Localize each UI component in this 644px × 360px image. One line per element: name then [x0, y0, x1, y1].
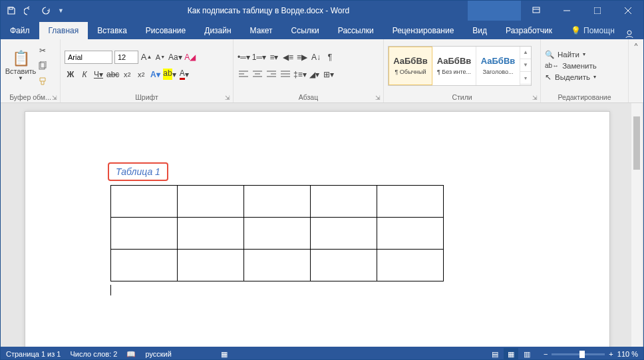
ribbon: 📋 Вставить ▼ ✂ Буфер обм...⇲ A▲ A▼ Aa▾ A…	[1, 39, 643, 103]
maximize-button[interactable]	[582, 1, 613, 21]
replace-button[interactable]: ab↔Заменить	[545, 62, 597, 70]
page-indicator[interactable]: Страница 1 из 1	[6, 350, 61, 358]
spellcheck-icon[interactable]: 📖	[126, 350, 136, 359]
tab-developer[interactable]: Разработчик	[496, 22, 562, 39]
justify-icon[interactable]	[279, 68, 291, 81]
sort-icon[interactable]: A↓	[310, 51, 322, 64]
copy-icon[interactable]	[37, 59, 49, 73]
style-heading[interactable]: АаБбВвЗаголово...	[476, 47, 520, 85]
quick-access-toolbar: ▼	[1, 5, 69, 16]
save-icon[interactable]	[6, 5, 17, 16]
tab-file[interactable]: Файл	[1, 22, 39, 39]
shrink-font-icon[interactable]: A▼	[154, 51, 166, 64]
shading-icon[interactable]: ◢▾	[309, 68, 321, 81]
tab-mailings[interactable]: Рассылки	[329, 22, 383, 39]
qat-dropdown-icon[interactable]: ▼	[58, 7, 64, 14]
select-button[interactable]: ↖Выделить▾	[545, 73, 597, 82]
word-count[interactable]: Число слов: 2	[70, 350, 117, 358]
dialog-launcher-icon[interactable]: ⇲	[225, 94, 230, 101]
align-right-icon[interactable]	[265, 68, 277, 81]
zoom-in-button[interactable]: +	[609, 350, 613, 358]
font-size-input[interactable]	[114, 51, 138, 64]
strike-button[interactable]: abc	[106, 68, 119, 81]
tab-review[interactable]: Рецензирование	[383, 22, 464, 39]
page[interactable]: Таблица 1	[25, 111, 610, 347]
tab-draw[interactable]: Рисование	[136, 22, 195, 39]
underline-button[interactable]: Ч▾	[92, 68, 104, 81]
language-indicator[interactable]: русский	[145, 350, 171, 358]
tell-me[interactable]: 💡Помощн	[562, 22, 624, 39]
style-normal[interactable]: АаБбВв¶ Обычный	[389, 47, 432, 85]
macro-icon[interactable]: ▦	[221, 350, 228, 359]
close-button[interactable]	[613, 1, 643, 21]
styles-scroll[interactable]: ▲▼▾	[520, 47, 531, 85]
subscript-button[interactable]: x2	[121, 68, 133, 81]
minimize-button[interactable]	[552, 1, 582, 21]
zoom-control: − + 110 %	[544, 350, 638, 358]
svg-rect-2	[594, 7, 601, 14]
bullets-icon[interactable]: •═▾	[238, 51, 250, 64]
group-editing: 🔍Найти▾ ab↔Заменить ↖Выделить▾ Редактиро…	[541, 39, 629, 102]
find-button[interactable]: 🔍Найти▾	[545, 50, 597, 59]
line-spacing-icon[interactable]: ‡≡▾	[293, 68, 307, 81]
vertical-scrollbar[interactable]	[631, 103, 642, 347]
tab-insert[interactable]: Вставка	[88, 22, 136, 39]
tab-layout[interactable]: Макет	[241, 22, 282, 39]
print-layout-icon[interactable]: ▦	[504, 348, 518, 360]
font-color-icon[interactable]: A▾	[178, 68, 190, 81]
status-bar: Страница 1 из 1 Число слов: 2 📖 русский …	[1, 347, 643, 360]
numbering-icon[interactable]: 1═▾	[252, 51, 266, 64]
superscript-button[interactable]: x2	[135, 68, 147, 81]
dialog-launcher-icon[interactable]: ⇲	[375, 94, 381, 101]
scrollbar-thumb[interactable]	[633, 116, 640, 170]
web-layout-icon[interactable]: ▥	[520, 348, 534, 360]
show-marks-icon[interactable]: ¶	[324, 51, 336, 64]
lightbulb-icon: 💡	[571, 26, 581, 35]
dialog-launcher-icon[interactable]: ⇲	[532, 94, 538, 101]
paste-label: Вставить	[5, 67, 37, 75]
tab-home[interactable]: Главная	[39, 22, 88, 39]
font-name-input[interactable]	[65, 51, 112, 64]
decrease-indent-icon[interactable]: ◀≡	[282, 51, 294, 64]
read-mode-icon[interactable]: ▤	[488, 348, 502, 360]
italic-button[interactable]: К	[79, 68, 90, 81]
grow-font-icon[interactable]: A▲	[140, 51, 152, 64]
styles-gallery: АаБбВв¶ Обычный АаБбВв¶ Без инте... АаБб…	[388, 46, 532, 86]
group-font: A▲ A▼ Aa▾ A◢ Ж К Ч▾ abc x2 x2 A▾ ab▾ A▾ …	[61, 39, 234, 102]
redo-icon[interactable]	[41, 5, 51, 16]
tab-design[interactable]: Дизайн	[195, 22, 240, 39]
highlight-icon[interactable]: ab▾	[163, 68, 176, 81]
increase-indent-icon[interactable]: ≡▶	[296, 51, 308, 64]
dialog-launcher-icon[interactable]: ⇲	[52, 94, 57, 101]
undo-icon[interactable]	[23, 5, 34, 16]
cut-icon[interactable]: ✂	[37, 44, 49, 57]
style-no-spacing[interactable]: АаБбВв¶ Без инте...	[432, 47, 476, 85]
format-painter-icon[interactable]	[37, 75, 49, 88]
table-caption[interactable]: Таблица 1	[108, 162, 168, 181]
align-center-icon[interactable]	[251, 68, 263, 81]
collapse-ribbon-icon[interactable]: ˄	[629, 39, 643, 102]
clear-format-icon[interactable]: A◢	[184, 51, 196, 64]
share-icon[interactable]	[624, 29, 635, 39]
tab-view[interactable]: Вид	[463, 22, 496, 39]
zoom-slider[interactable]	[552, 353, 605, 355]
zoom-out-button[interactable]: −	[544, 350, 548, 358]
bold-button[interactable]: Ж	[65, 68, 77, 81]
zoom-level[interactable]: 110 %	[617, 350, 638, 358]
group-paragraph: •═▾ 1═▾ ≡▾ ◀≡ ≡▶ A↓ ¶ ‡≡▾ ◢▾ ⊞▾ Абзац⇲	[234, 39, 384, 102]
borders-icon[interactable]: ⊞▾	[323, 68, 335, 81]
view-buttons: ▤ ▦ ▥	[488, 348, 534, 360]
multilevel-icon[interactable]: ≡▾	[268, 51, 280, 64]
styles-label: Стили⇲	[384, 92, 540, 102]
tab-references[interactable]: Ссылки	[282, 22, 329, 39]
replace-icon: ab↔	[545, 62, 559, 69]
font-label: Шрифт⇲	[61, 92, 233, 102]
ribbon-display-icon[interactable]	[521, 1, 552, 21]
paste-button[interactable]: 📋 Вставить ▼	[5, 50, 37, 81]
svg-point-3	[627, 31, 631, 35]
text-effects-icon[interactable]: A▾	[149, 68, 161, 81]
change-case-icon[interactable]: Aa▾	[168, 51, 182, 64]
window-controls	[468, 1, 643, 21]
align-left-icon[interactable]	[238, 68, 249, 81]
document-table[interactable]	[110, 185, 444, 281]
